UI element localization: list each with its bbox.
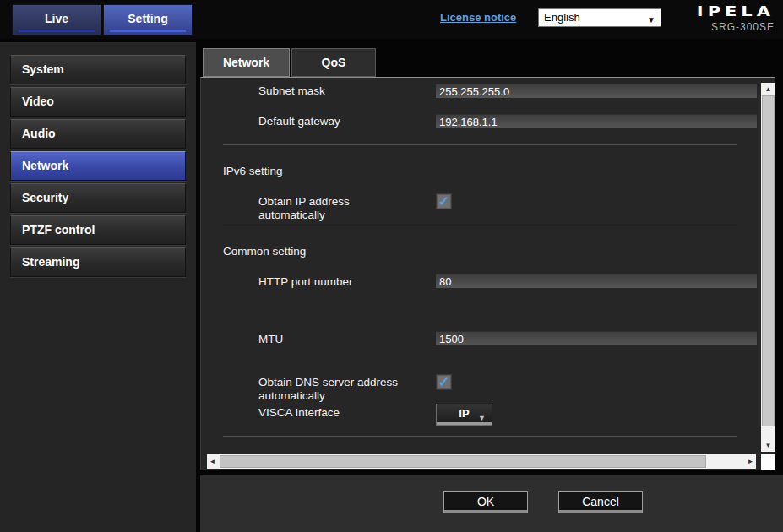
tab-network[interactable]: Network (203, 48, 290, 77)
section-divider (223, 144, 737, 145)
license-notice-link[interactable]: License notice (440, 11, 516, 24)
mtu-label: MTU (258, 333, 440, 346)
obtain-dns-checkbox[interactable]: ✓ (436, 374, 452, 390)
live-tab-button[interactable]: Live (12, 4, 101, 35)
model-name: SRG-300SE (665, 21, 775, 33)
scroll-down-icon[interactable]: ▼ (761, 439, 775, 452)
subnet-mask-input[interactable] (436, 84, 757, 98)
language-select-value: English (544, 11, 580, 24)
dropdown-arrow-icon: ▼ (647, 12, 655, 29)
app-window: Live Setting License notice English ▼ IP… (0, 0, 783, 532)
bottom-action-bar: OK Cancel (200, 475, 783, 532)
section-divider (223, 225, 737, 225)
default-gateway-input[interactable] (436, 114, 757, 128)
ipv6-section-title: IPv6 setting (223, 165, 283, 177)
sidebar-item-video[interactable]: Video (10, 87, 186, 117)
visca-interface-value: IP (459, 407, 469, 420)
obtain-dns-label: Obtain DNS server address automatically (258, 376, 440, 403)
sidebar-item-ptzf-control[interactable]: PTZF control (10, 215, 186, 245)
horizontal-scrollbar[interactable]: ◄ ► (207, 454, 756, 469)
setting-tab-label: Setting (128, 12, 167, 25)
check-icon: ✓ (438, 375, 449, 389)
obtain-ip-label: Obtain IP address automatically (258, 195, 440, 222)
obtain-ip-checkbox[interactable]: ✓ (436, 193, 452, 209)
top-bar: Live Setting License notice English ▼ IP… (0, 0, 783, 39)
live-tab-label: Live (45, 12, 68, 25)
horizontal-scrollbar-thumb[interactable] (220, 455, 706, 468)
sidebar: System Video Audio Network Security PTZF… (0, 42, 196, 532)
ipela-logo: IPELA (665, 3, 775, 19)
vertical-scrollbar-thumb[interactable] (762, 95, 775, 426)
mtu-input[interactable] (436, 331, 757, 345)
sidebar-item-streaming[interactable]: Streaming (10, 247, 186, 277)
network-settings-panel: Subnet mask Default gateway IPv6 setting… (200, 77, 775, 470)
sidebar-item-network[interactable]: Network (10, 151, 186, 181)
dropdown-arrow-icon: ▼ (478, 409, 486, 427)
scroll-left-icon[interactable]: ◄ (207, 454, 218, 469)
setting-tab-underline (110, 30, 186, 32)
tab-qos[interactable]: QoS (291, 48, 376, 77)
section-divider (223, 436, 737, 437)
ok-button[interactable]: OK (443, 491, 528, 513)
setting-tab-button[interactable]: Setting (103, 4, 193, 35)
check-icon: ✓ (438, 194, 449, 209)
vertical-scrollbar[interactable]: ▲ ▼ (761, 83, 775, 452)
http-port-input[interactable] (436, 274, 757, 288)
sidebar-item-security[interactable]: Security (10, 183, 186, 213)
default-gateway-label: Default gateway (258, 115, 440, 128)
scroll-up-icon[interactable]: ▲ (761, 83, 775, 95)
live-tab-underline (19, 30, 95, 32)
sidebar-item-audio[interactable]: Audio (10, 119, 186, 149)
http-port-label: HTTP port number (258, 275, 440, 289)
sidebar-item-system[interactable]: System (10, 55, 186, 84)
visca-interface-select[interactable]: IP ▼ (436, 404, 492, 426)
scroll-right-icon[interactable]: ► (745, 454, 756, 469)
subnet-mask-label: Subnet mask (258, 84, 440, 98)
scrollbar-corner (761, 454, 775, 470)
visca-interface-label: VISCA Interface (258, 406, 440, 420)
language-select[interactable]: English ▼ (538, 8, 661, 27)
cancel-button[interactable]: Cancel (558, 491, 643, 513)
common-section-title: Common setting (223, 245, 306, 258)
